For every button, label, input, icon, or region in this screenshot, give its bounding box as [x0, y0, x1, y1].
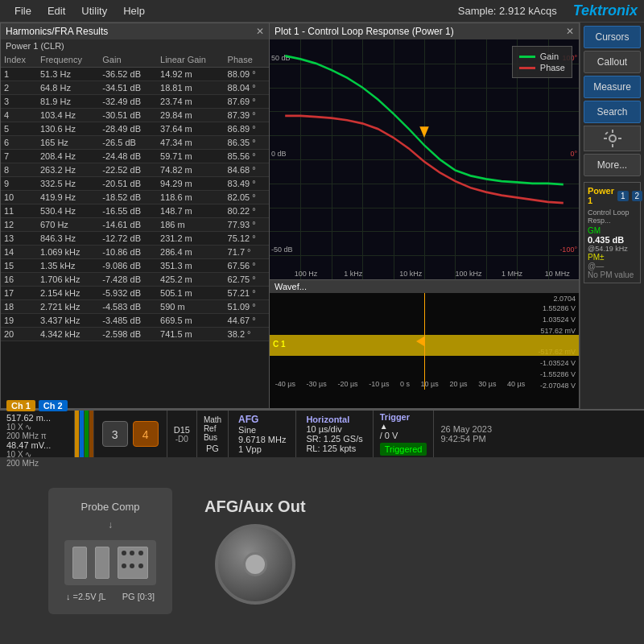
trigger-icon: ▲: [380, 422, 427, 431]
probe-connectors: [64, 540, 156, 585]
measure-button[interactable]: Measure: [584, 76, 641, 98]
time-label: 9:42:54 PM: [440, 434, 492, 444]
more-button[interactable]: More...: [584, 154, 641, 176]
triggered-badge: Triggered: [380, 443, 427, 456]
horiz-line1: 10 µs/div: [306, 424, 362, 434]
ch1-waveform-label: C 1: [273, 340, 286, 349]
table-row: 172.154 kHz-5.932 dB505.1 m57.21 °: [1, 287, 269, 300]
v-label-4: 517.62 mV: [540, 327, 576, 335]
harmonics-title-text: Harmonics/FRA Results: [6, 26, 108, 37]
t-label-9: 40 µs: [507, 380, 525, 388]
svg-marker-0: [419, 126, 429, 138]
gain-legend-color: [519, 56, 535, 58]
physical-panel: Probe Comp ↓ ↓ =2.5V ∫L PG [0:3] AFG/Aux…: [0, 457, 644, 644]
sample-info: Sample: 2.912 kAcqs: [458, 5, 557, 17]
bnc-connector: [215, 524, 295, 605]
phase-legend-color: [519, 67, 535, 69]
harmonics-close-icon[interactable]: ✕: [256, 26, 264, 37]
table-row: 151.35 kHz-9.086 dB351.3 m67.56 °: [1, 259, 269, 273]
menu-help[interactable]: Help: [115, 3, 153, 19]
v-label-1: 2.0704: [553, 295, 576, 303]
probe-comp-label: Probe Comp: [81, 501, 140, 513]
col-linear-gain: Linear Gain: [157, 52, 225, 68]
svg-rect-6: [605, 131, 608, 134]
cursor-line[interactable]: [424, 293, 425, 390]
horiz-block: Horizontal 10 µs/div SR: 1.25 GS/s RL: 1…: [296, 411, 373, 457]
plot-title: Plot 1 - Control Loop Response (Power 1)…: [270, 23, 579, 39]
t-label-3: -20 µs: [337, 380, 357, 388]
menu-edit[interactable]: Edit: [39, 3, 73, 19]
power1-pm-label: PM±: [588, 253, 637, 262]
time-axis: -40 µs -30 µs -20 µs -10 µs 0 s 10 µs 20…: [270, 378, 530, 390]
math-block: Math Ref Bus PG: [197, 411, 229, 457]
power1-pm-at: @—: [588, 262, 637, 270]
ch2-badge[interactable]: Ch 2: [39, 400, 68, 411]
btn-group-34: 3 4: [94, 411, 167, 457]
plot-close-icon[interactable]: ✕: [566, 26, 574, 37]
table-row: 141.069 kHz-10.86 dB286.4 m71.7 °: [1, 246, 269, 259]
callout-button[interactable]: Callout: [584, 51, 641, 73]
table-row: 182.721 kHz-4.583 dB590 m51.09 °: [1, 300, 269, 314]
svg-rect-2: [612, 130, 613, 133]
col-index: Index: [1, 52, 37, 68]
power1-gm-val: 0.435 dB: [588, 235, 637, 245]
probe-comp-area: Probe Comp ↓ ↓ =2.5V ∫L PG [0:3]: [48, 488, 172, 614]
cursor-triangle: [416, 336, 424, 346]
d15-sub: -D0: [175, 435, 188, 444]
search-button[interactable]: Search: [584, 101, 641, 123]
t-label-2: -30 µs: [307, 380, 327, 388]
v-label-3: 1.03524 V: [543, 316, 576, 324]
svg-rect-3: [612, 144, 613, 147]
menu-file[interactable]: File: [6, 3, 39, 19]
trigger-block: Trigger ▲ / 0 V Triggered: [374, 411, 435, 457]
col-gain: Gain: [99, 52, 157, 68]
right-panel: Cursors Callout Measure Search More... P…: [580, 23, 644, 409]
probe-slot-1: [72, 547, 87, 579]
t-label-8: 30 µs: [478, 380, 496, 388]
svg-point-1: [609, 135, 616, 142]
t-label-5: 0 s: [400, 380, 410, 388]
table-row: 151.3 Hz-36.52 dB14.92 m88.09 °: [1, 68, 269, 81]
table-row: 7208.4 Hz-24.48 dB59.71 m85.56 °: [1, 150, 269, 163]
btn-3[interactable]: 3: [102, 421, 128, 447]
t-label-6: 10 µs: [421, 380, 439, 388]
v-label-2: 1.55286 V: [543, 304, 576, 312]
phase-legend-label: Phase: [540, 63, 565, 72]
trigger-line1: / 0 V: [380, 431, 427, 440]
osc-area: Harmonics/FRA Results ✕ Power 1 (CLR) In…: [0, 23, 644, 409]
waveform-title: Wavef...: [270, 280, 579, 293]
cursors-button[interactable]: Cursors: [584, 26, 641, 48]
table-row: 12670 Hz-14.61 dB186 m77.93 °: [1, 218, 269, 232]
waveform-title-text: Wavef...: [275, 282, 307, 291]
svg-rect-4: [604, 138, 607, 139]
menu-utility[interactable]: Utility: [73, 3, 115, 19]
ch1-block: Ch 1 Ch 2 517.62 m... 10 X ∿ 200 MHz π 4…: [0, 411, 75, 457]
ch2-sub1: 10 X ∿: [6, 450, 68, 459]
harmonics-table: Index Frequency Gain Linear Gain Phase 1…: [1, 52, 269, 408]
v-label-6: -1.03524 V: [540, 359, 576, 367]
plot-legend: Gain Phase: [512, 46, 572, 78]
table-row: 13846.3 Hz-12.72 dB231.2 m75.12 °: [1, 232, 269, 246]
menubar: File Edit Utility Help Sample: 2.912 kAc…: [0, 0, 644, 23]
plot-panel: Plot 1 - Control Loop Response (Power 1)…: [270, 23, 580, 409]
power1-desc: Control Loop Resp...: [588, 208, 637, 225]
waveform-area[interactable]: 2.0704 1.55286 V 1.03524 V 517.62 mV -51…: [270, 293, 579, 390]
afg-line3: 1 Vpp: [238, 444, 286, 454]
t-label-1: -40 µs: [275, 380, 295, 388]
afg-title: AFG: [238, 414, 286, 425]
plot-title-text: Plot 1 - Control Loop Response (Power 1): [275, 26, 454, 37]
btn-4[interactable]: 4: [133, 421, 159, 447]
power1-num1: 1: [617, 191, 629, 201]
settings-icon-btn[interactable]: [584, 126, 641, 151]
table-row: 5130.6 Hz-28.49 dB37.64 m86.89 °: [1, 122, 269, 136]
horiz-line2: SR: 1.25 GS/s: [306, 434, 362, 444]
probe-label-2: PG [0:3]: [122, 592, 155, 601]
plot-area[interactable]: 50 dB 0 dB -50 dB 100° 0° -100° 100 Hz 1…: [270, 39, 579, 279]
tektronix-logo: Tektronix: [573, 2, 638, 19]
afg-aux-title: AFG/Aux Out: [204, 497, 306, 516]
harmonics-title: Harmonics/FRA Results ✕: [1, 23, 269, 39]
afg-line2: 9.6718 MHz: [238, 435, 286, 444]
gain-legend-label: Gain: [540, 52, 559, 61]
ch1-badge[interactable]: Ch 1: [6, 400, 35, 411]
table-row: 204.342 kHz-2.598 dB741.5 m38.2 °: [1, 328, 269, 341]
